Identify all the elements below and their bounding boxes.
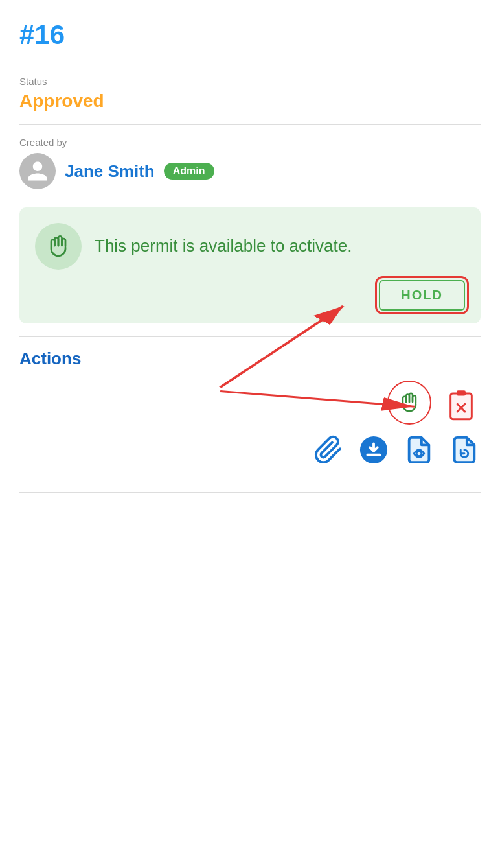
permit-notice-box: This permit is available to activate. HO… xyxy=(19,207,481,323)
download-action-button[interactable] xyxy=(358,434,390,466)
hold-button[interactable]: HOLD xyxy=(379,280,465,311)
divider-status xyxy=(19,124,481,125)
attach-action-button[interactable] xyxy=(312,434,345,466)
user-name: Jane Smith xyxy=(65,161,155,182)
cancel-action-button[interactable] xyxy=(442,383,481,422)
admin-badge: Admin xyxy=(164,163,214,180)
avatar xyxy=(19,153,56,189)
permit-notice-text: This permit is available to activate. xyxy=(95,235,352,257)
divider-bottom xyxy=(19,492,481,493)
actions-section: Actions xyxy=(19,349,481,466)
created-by-label: Created by xyxy=(19,137,481,148)
hand-icon-circle xyxy=(35,223,82,270)
divider-top xyxy=(19,64,481,64)
hold-action-button[interactable] xyxy=(386,379,433,426)
status-label: Status xyxy=(19,76,481,87)
divider-actions xyxy=(19,336,481,337)
permit-number: #16 xyxy=(19,19,481,51)
sync-doc-action-button[interactable] xyxy=(448,434,481,466)
status-value: Approved xyxy=(19,91,481,111)
view-doc-action-button[interactable] xyxy=(403,434,435,466)
hold-action-circle xyxy=(387,381,431,425)
svg-rect-0 xyxy=(451,393,472,419)
svg-rect-1 xyxy=(457,390,466,395)
actions-title: Actions xyxy=(19,349,481,369)
